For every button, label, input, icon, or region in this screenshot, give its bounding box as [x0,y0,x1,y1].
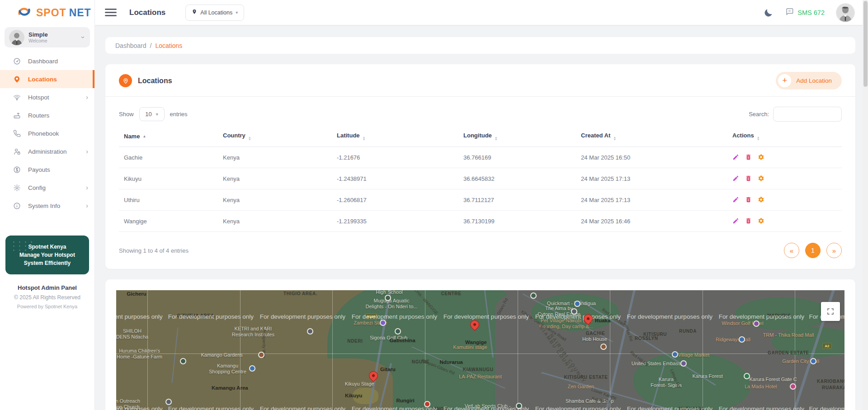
map-tile-gridline [332,290,333,410]
column-header-country[interactable]: Country▲▼ [218,126,332,147]
search-label: Search: [749,111,769,118]
map-poi-icon [180,358,186,364]
map-fullscreen-button[interactable] [821,302,840,321]
column-header-created-at[interactable]: Created At▲▼ [576,126,727,147]
sort-icon: ▲▼ [495,136,498,141]
table-row: GachieKenya-1.2167636.76616924 Mar 2025 … [119,147,842,168]
brand-logo[interactable]: SPOTNET [0,0,94,24]
map-marker-wangige[interactable] [470,319,480,333]
hamburger-menu-icon[interactable] [105,7,117,19]
dev-watermark: For development purposes only [719,313,804,320]
cell-created_at: 24 Mar 2025 17:13 [576,189,727,211]
window-scrollbar[interactable] [863,0,868,410]
sidebar-item-administration[interactable]: Administration› [0,142,94,160]
sidebar-footer: Hotspot Admin Panel © 2025 All Rights Re… [0,284,94,309]
map-label: Kiambu Rd [622,320,634,342]
sort-asc-icon: ▲ [142,134,146,138]
profile-avatar[interactable] [836,4,854,22]
sort-icon: ▲▼ [248,136,251,141]
page-size-select[interactable]: 10▾ [139,107,165,121]
map-label: Hob House [582,336,607,342]
sms-balance[interactable]: SMS 672 [785,7,825,18]
sidebar-item-routers[interactable]: Routers [0,106,94,124]
column-header-name[interactable]: Name▲ [119,126,218,147]
map-poi-icon [672,351,678,358]
map-label: KITISURU [643,331,667,337]
cell-country: Kenya [218,168,332,189]
map-marker-gachie[interactable] [583,313,593,327]
map-tile-gridline [425,290,425,410]
user-menu[interactable]: Simple Welcome › [5,27,90,47]
map-label: Kanyairi-Gitaru Rd [420,358,455,376]
settings-icon[interactable] [758,217,765,225]
dark-mode-toggle[interactable] [764,8,774,18]
map-poi-icon [810,358,816,364]
settings-icon[interactable] [758,154,765,161]
map-poi-icon [739,336,745,343]
sidebar: SPOTNET Simple Welcome › DashboardLocati… [0,0,95,410]
breadcrumb-dashboard-link[interactable]: Dashboard [115,42,146,49]
map-label: Quickmart - Thindigua [547,300,596,306]
cell-name: Kikuyu [119,168,218,189]
page-1-button[interactable]: 1 [805,243,821,258]
search-input[interactable] [773,107,842,122]
map-marker-kikuyu-stage[interactable] [368,370,378,384]
map-label: Karura Forest Gate C [750,377,797,382]
sidebar-item-payouts[interactable]: Payouts [0,160,94,179]
delete-icon[interactable] [745,175,752,182]
dev-watermark: For development purposes only [809,405,844,410]
gauge-icon [13,57,21,65]
map-label: Red Hill Rd [629,349,650,368]
cell-longitude: 36.6645832 [458,168,576,189]
next-page-button[interactable]: » [826,243,842,258]
settings-icon[interactable] [758,196,765,203]
delete-icon[interactable] [745,154,752,161]
map-poi-icon [395,328,401,335]
sidebar-item-locations[interactable]: Locations [0,70,94,88]
sidebar-item-label: Locations [28,76,86,83]
edit-icon[interactable] [732,217,740,225]
column-header-longitude[interactable]: Longitude▲▼ [458,126,576,147]
location-pin-icon [119,74,132,87]
dev-watermark: For development purposes only [168,313,254,320]
edit-icon[interactable] [732,196,740,203]
sidebar-item-config[interactable]: Config› [0,179,94,197]
map-label: Muguga Aquatic Delights - On Nderi to... [365,298,417,310]
chevron-right-icon: › [86,202,88,209]
app-window: SPOTNET Simple Welcome › DashboardLocati… [0,0,868,410]
map-canvas[interactable]: GicheruTHIGIO AREA.High SchoolCENTREMugu… [116,290,844,410]
edit-icon[interactable] [732,154,740,161]
sidebar-item-hotspot[interactable]: Hotspot› [0,88,94,106]
info-icon [13,202,21,210]
column-header-actions[interactable]: Actions▲▼ [727,126,842,147]
wifi-icon [13,93,21,101]
edit-icon[interactable] [732,175,740,182]
delete-icon[interactable] [745,196,752,203]
sidebar-item-label: Config [28,184,86,191]
map-poi-icon [249,365,255,372]
sidebar-item-label: Routers [28,112,88,119]
delete-icon[interactable] [745,217,752,225]
chat-icon [785,7,794,18]
dev-watermark: For development purposes only [535,313,621,320]
column-header-latitude[interactable]: Latitude▲▼ [332,126,458,147]
map-label: Lower Kabete [591,386,618,401]
add-location-button[interactable]: + Add Location [776,72,842,90]
sidebar-item-dashboard[interactable]: Dashboard [0,52,94,70]
location-filter-dropdown[interactable]: All Locations ▾ [185,5,244,21]
sidebar-item-label: Administration [28,148,86,155]
sidebar-item-system-info[interactable]: System Info› [0,197,94,215]
user-avatar [9,30,24,45]
promo-line-3: System Efficiently [10,259,85,267]
map-poi-icon [744,373,750,379]
dev-watermark: For development purposes only [627,313,712,320]
settings-icon[interactable] [758,175,765,182]
chevron-down-icon: › [80,36,87,38]
previous-page-button[interactable]: « [784,243,799,258]
map-label: RUARAKA [822,385,844,391]
map-label: Gathithina [390,338,415,344]
sidebar-item-phonebook[interactable]: Phonebook [0,124,94,142]
map-label: THIGIO AREA. [283,291,317,297]
map-label: Kikuyu [345,392,362,398]
entries-label: entries [170,111,188,118]
